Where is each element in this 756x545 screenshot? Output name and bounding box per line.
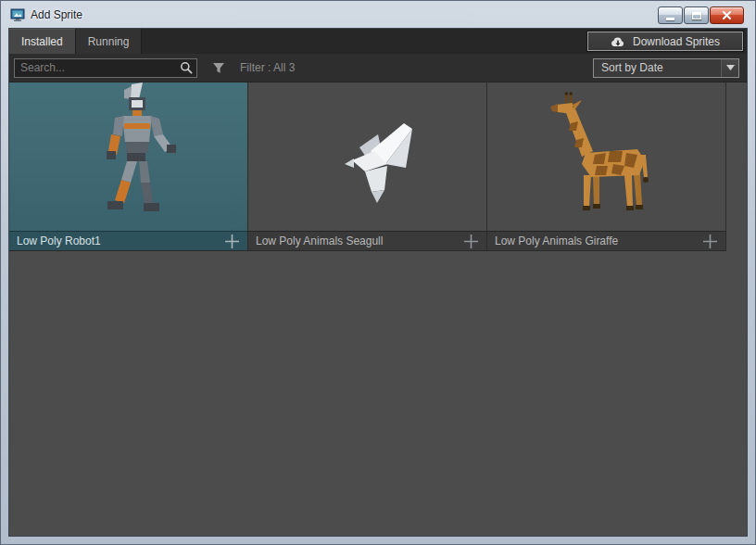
tab-running[interactable]: Running <box>76 29 143 54</box>
giraffe-image <box>487 82 725 231</box>
download-sprites-label: Download Sprites <box>633 35 720 48</box>
robot-image <box>9 82 247 231</box>
sprite-card-seagull: Low Poly Animals Seagull <box>248 82 487 251</box>
sort-dropdown[interactable]: Sort by Date <box>593 58 739 78</box>
sprite-thumbnail-robot[interactable] <box>9 82 247 231</box>
close-button[interactable] <box>710 6 744 24</box>
window-title: Add Sprite <box>31 8 82 21</box>
maximize-icon <box>692 12 701 19</box>
filter-status: Filter : All 3 <box>240 61 295 74</box>
search-icon[interactable] <box>176 61 196 74</box>
sprite-grid: Low Poly Robot1 <box>9 82 747 536</box>
sprite-name: Low Poly Robot1 <box>17 234 101 247</box>
maximize-button[interactable] <box>684 6 709 24</box>
client-area: Installed Running Download Sprites <box>8 28 748 537</box>
chevron-down-icon <box>721 59 738 77</box>
minimize-icon <box>666 18 674 20</box>
add-sprite-window: Add Sprite Installed Running <box>0 0 756 545</box>
toolbar: Filter : All 3 Sort by Date <box>9 54 747 82</box>
add-sprite-icon[interactable] <box>224 234 240 249</box>
sprite-name: Low Poly Animals Giraffe <box>495 234 618 247</box>
sprite-card-bar: Low Poly Animals Giraffe <box>487 231 725 251</box>
caption-buttons <box>658 6 744 24</box>
download-sprites-button[interactable]: Download Sprites <box>587 32 743 51</box>
search-box <box>14 58 197 78</box>
tab-installed[interactable]: Installed <box>9 29 76 54</box>
sprite-card-robot: Low Poly Robot1 <box>9 82 248 251</box>
sprite-card-bar: Low Poly Robot1 <box>9 231 247 251</box>
add-sprite-icon[interactable] <box>702 234 718 249</box>
filter-icon[interactable] <box>212 62 225 74</box>
tab-bar: Installed Running Download Sprites <box>9 29 747 54</box>
titlebar[interactable]: Add Sprite <box>8 1 748 28</box>
close-icon <box>722 10 732 20</box>
sprite-card-giraffe: Low Poly Animals Giraffe <box>487 82 726 251</box>
minimize-button[interactable] <box>658 6 683 24</box>
search-input[interactable] <box>15 61 176 74</box>
sprite-thumbnail-giraffe[interactable] <box>487 82 725 231</box>
app-icon <box>10 7 25 22</box>
sprite-card-bar: Low Poly Animals Seagull <box>248 231 486 251</box>
sort-dropdown-value: Sort by Date <box>601 61 663 74</box>
seagull-image <box>248 82 486 231</box>
sprite-name: Low Poly Animals Seagull <box>256 234 383 247</box>
sprite-thumbnail-seagull[interactable] <box>248 82 486 231</box>
add-sprite-icon[interactable] <box>463 234 479 249</box>
cloud-download-icon <box>611 36 625 47</box>
